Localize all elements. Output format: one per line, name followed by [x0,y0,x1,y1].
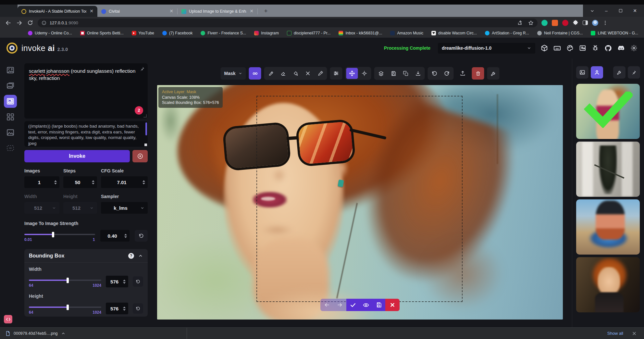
bookmark-item[interactable]: disable Wacom Circ... [431,31,477,35]
tab-close-icon[interactable]: ✕ [249,9,254,14]
bounding-box-overlay[interactable] [256,96,463,302]
bookmark-item[interactable]: Neil Fontaine | CGS... [537,31,583,35]
side-panel-icon[interactable] [583,20,588,25]
brush-tool-icon[interactable] [265,68,277,79]
brush-options-icon[interactable] [330,67,342,80]
bookmark-item[interactable]: Inbox - klk56831@... [339,31,382,35]
negative-prompt-input[interactable]: ((implants)) (large boobs) nude bad anat… [24,121,148,147]
accept-check-icon[interactable] [346,299,359,311]
extensions-puzzle-icon[interactable] [573,20,578,26]
prompt-input[interactable]: scarlett johansson (round sunglasses) re… [24,63,148,119]
stepper[interactable] [124,234,130,238]
bookmark-item[interactable]: Amazon Music [390,31,423,35]
bookmark-item[interactable]: Online Sports Betti... [80,31,124,35]
gallery-settings-wrench-icon[interactable] [613,66,625,79]
tab-close-icon[interactable]: ✕ [169,9,174,14]
profile-avatar[interactable] [592,20,598,26]
gallery-images-tab-icon[interactable] [576,66,588,79]
bb-height-input[interactable]: 576 [106,303,128,314]
theme-palette-icon[interactable] [566,44,574,52]
gallery-thumbnail-selected[interactable] [576,84,640,139]
tab-image-to-image[interactable] [4,79,17,92]
bookmark-item[interactable]: ArtStation - Greg R... [485,31,529,35]
collapse-chevron-icon[interactable] [138,253,143,258]
bookmark-star-icon[interactable] [528,20,534,26]
gallery-thumbnail[interactable] [576,257,640,312]
width-select[interactable]: 512 [24,202,59,214]
grammarly-extension-icon[interactable] [541,20,548,26]
strength-reset-button[interactable] [135,230,148,242]
resize-grip[interactable] [144,144,147,146]
browser-tab-invokeai[interactable]: InvokeAI - A Stable Diffusion Too ✕ [18,6,97,17]
cfg-scale-input[interactable]: 7.01 [101,176,148,188]
bb-width-reset-button[interactable] [133,276,143,287]
steps-input[interactable]: 50 [63,176,97,188]
canvas-settings-wrench-icon[interactable] [487,67,500,80]
stepper[interactable] [123,307,128,311]
shelf-close-icon[interactable] [632,331,637,336]
tab-training[interactable] [4,142,17,155]
bounding-box-header[interactable]: Bounding Box ? [24,249,148,263]
download-item[interactable]: 000979.40d74eb5....png [5,328,187,339]
strength-input[interactable]: 0.40 [100,230,130,242]
erase-bounding-box-icon[interactable] [302,68,314,79]
browser-tab-upload[interactable]: Upload Image to Enlarge & Enha ✕ [178,6,257,17]
previous-image-arrow-icon[interactable] [320,299,333,311]
save-to-gallery-icon[interactable] [388,68,399,79]
color-picker-icon[interactable] [315,68,326,79]
window-minimize-button[interactable]: – [599,5,613,17]
bug-icon[interactable] [592,44,599,52]
invoke-button[interactable]: Invoke [24,150,130,162]
redo-icon[interactable] [441,68,453,79]
site-info-icon[interactable] [42,20,46,25]
download-image-icon[interactable] [412,68,424,79]
url-bar[interactable]: 127.0.0.1 :9090 [38,19,538,27]
next-image-arrow-icon[interactable] [333,299,346,311]
browser-tab-civitai[interactable]: Civitai ✕ [97,6,177,17]
eraser-tool-icon[interactable] [278,68,289,79]
tab-nodes[interactable] [4,110,17,123]
hotkeys-keyboard-icon[interactable] [553,44,561,52]
download-chevron-icon[interactable] [61,331,66,336]
tab-post-processing[interactable] [4,126,17,139]
show-hide-eye-icon[interactable] [359,299,372,311]
stepper[interactable] [92,180,97,184]
save-staging-floppy-icon[interactable] [372,299,385,311]
images-input[interactable]: 1 [24,176,59,188]
fill-bounding-box-icon[interactable] [290,68,302,79]
stepper[interactable] [142,180,148,184]
move-tool-icon[interactable] [346,68,358,79]
unified-canvas[interactable]: Mask [156,58,564,323]
discord-icon[interactable] [617,44,625,52]
tab-text-to-image[interactable] [4,64,17,77]
undo-icon[interactable] [429,68,440,79]
bookmark-item[interactable]: Fiverr - Freelance S... [201,31,246,35]
console-toggle-button[interactable] [4,315,12,323]
gallery-results-person-icon[interactable] [591,66,603,79]
cancel-button[interactable] [132,150,148,162]
window-close-button[interactable]: ✕ [628,5,642,17]
window-menu-chevron-icon[interactable] [585,5,599,17]
bookmark-item[interactable]: Udemy - Online Co... [28,31,72,35]
tab-unified-canvas[interactable] [4,95,17,108]
forward-icon[interactable] [14,18,25,27]
bb-height-slider[interactable] [29,307,101,308]
stepper[interactable] [54,180,59,184]
gallery-thumbnail[interactable] [576,142,640,197]
pin-icon[interactable] [140,66,145,71]
scrollbar-thumb[interactable] [145,122,147,135]
layer-select[interactable]: Mask [220,67,246,80]
discard-x-icon[interactable] [385,299,400,311]
bookmark-item[interactable]: Instagram [254,31,279,35]
clear-canvas-trash-icon[interactable] [472,67,484,80]
bb-width-input[interactable]: 576 [106,276,128,287]
model-select[interactable]: dreamlike-diffusion-1.0 [438,43,535,54]
github-icon[interactable] [604,44,612,52]
back-icon[interactable] [3,18,14,27]
merge-visible-layers-icon[interactable] [375,68,387,79]
show-all-link[interactable]: Show all [607,331,623,336]
window-maximize-button[interactable] [613,5,628,17]
help-icon[interactable]: ? [128,253,134,259]
upload-image-icon[interactable] [457,67,469,80]
gallery-thumbnail[interactable] [576,199,640,255]
